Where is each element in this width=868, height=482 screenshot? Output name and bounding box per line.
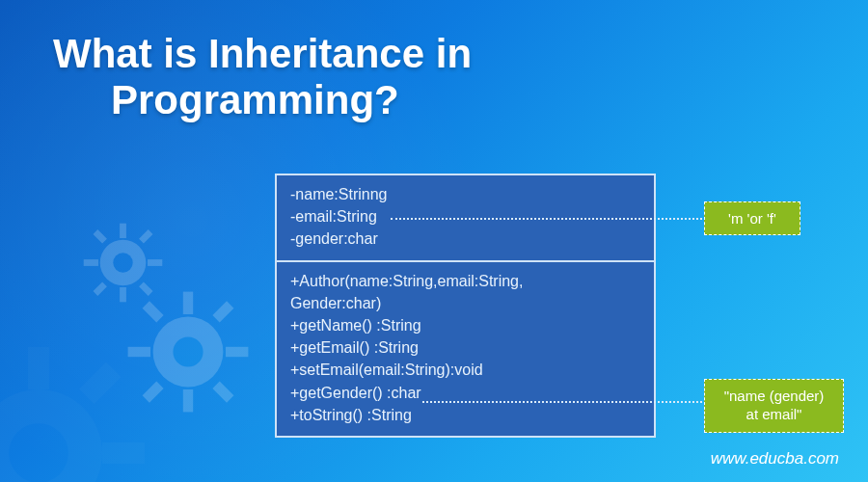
svg-rect-4 — [148, 259, 162, 266]
connector-line — [422, 401, 702, 403]
svg-rect-24 — [102, 442, 145, 464]
footer-url: www.educba.com — [711, 449, 839, 469]
uml-method: +toString() :String — [290, 404, 640, 426]
title-line-1: What is Inheritance in — [53, 31, 472, 77]
uml-method: Gender:char) — [290, 292, 640, 314]
svg-rect-26 — [79, 362, 122, 405]
uml-attribute: -gender:char — [290, 228, 640, 250]
connector-line — [391, 218, 702, 220]
svg-rect-11 — [183, 292, 193, 314]
svg-rect-7 — [93, 281, 106, 295]
uml-attribute: -email:String — [290, 205, 640, 228]
uml-class-box: -name:Strinng -email:String -gender:char… — [275, 174, 656, 438]
svg-point-29 — [9, 423, 68, 482]
uml-method: +setEmail(email:String):void — [290, 359, 640, 381]
uml-method: +getEmail() :String — [290, 336, 640, 359]
svg-rect-14 — [226, 347, 248, 357]
svg-point-19 — [173, 336, 203, 366]
svg-rect-5 — [93, 229, 106, 243]
svg-point-9 — [113, 253, 132, 272]
page-title: What is Inheritance in Programming? — [53, 31, 472, 124]
uml-methods-section: +Author(name:String,email:String, Gender… — [277, 260, 654, 436]
svg-rect-15 — [143, 301, 164, 322]
svg-rect-12 — [183, 389, 193, 412]
svg-rect-1 — [120, 224, 126, 238]
svg-rect-16 — [212, 301, 233, 322]
title-line-2: Programming? — [53, 77, 472, 123]
annotation-gender: 'm 'or 'f' — [704, 201, 800, 235]
uml-method: +Author(name:String,email:String, — [290, 270, 640, 292]
svg-rect-3 — [84, 259, 98, 266]
svg-rect-17 — [143, 382, 164, 403]
svg-rect-6 — [139, 229, 152, 243]
svg-rect-21 — [28, 347, 49, 389]
uml-method: +getName() :String — [290, 314, 640, 336]
uml-attribute: -name:Strinng — [290, 183, 640, 205]
svg-rect-18 — [212, 382, 233, 403]
gear-icon — [0, 347, 145, 482]
annotation-tostring: "name (gender) at email" — [704, 379, 844, 433]
